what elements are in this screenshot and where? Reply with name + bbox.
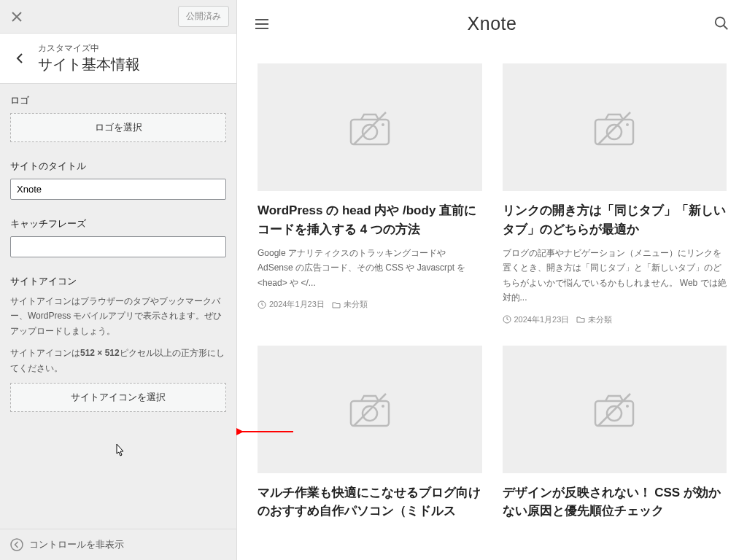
logo-field: ロゴ ロゴを選択 [10, 94, 226, 142]
site-title-text[interactable]: Xnote [468, 13, 517, 34]
post-title: リンクの開き方は「同じタブ」「新しいタブ」のどちらが最適か [503, 201, 727, 238]
site-title-input[interactable] [10, 179, 226, 200]
site-icon-label: サイトアイコン [10, 275, 226, 288]
back-button[interactable] [10, 48, 31, 69]
search-icon [713, 15, 729, 31]
placeholder-image-icon [347, 109, 393, 146]
select-site-icon-button[interactable]: サイトアイコンを選択 [10, 383, 226, 412]
site-header: Xnote [237, 0, 747, 47]
post-excerpt: ブログの記事やナビゲーション（メニュー）にリンクを置くとき、開き方は「同じタブ」… [503, 246, 727, 306]
post-thumbnail [503, 63, 727, 191]
post-title: マルチ作業も快適にこなせるブログ向けのおすすめ自作パソコン（ミドルス [258, 483, 482, 521]
section-header: カスタマイズ中 サイト基本情報 [0, 34, 236, 84]
customizer-body: ロゴ ロゴを選択 サイトのタイトル キャッチフレーズ サイトアイコン サイトアイ… [0, 84, 236, 529]
select-logo-button[interactable]: ロゴを選択 [10, 113, 226, 142]
post-thumbnail [258, 346, 482, 473]
preview-pane: Xnote WordPress の head 内や /body 直前にコードを挿… [237, 0, 747, 560]
hamburger-icon [253, 15, 271, 33]
close-icon [12, 12, 22, 22]
placeholder-image-icon [591, 391, 638, 427]
placeholder-image-icon [591, 109, 638, 146]
post-category: 未分類 [344, 299, 368, 310]
logo-label: ロゴ [10, 94, 226, 107]
svg-point-6 [716, 17, 725, 26]
tagline-field: キャッチフレーズ [10, 217, 226, 257]
site-title-field: サイトのタイトル [10, 160, 226, 200]
post-excerpt: Google アナリティクスのトラッキングコードや AdSense の広告コード… [258, 246, 482, 290]
clock-icon [258, 300, 266, 309]
post-title: デザインが反映されない！ CSS が効かない原因と優先順位チェック [503, 483, 727, 521]
section-subtitle: カスタマイズ中 [38, 42, 140, 55]
post-thumbnail [503, 346, 727, 473]
site-title-label: サイトのタイトル [10, 160, 226, 173]
customizer-panel: 公開済み カスタマイズ中 サイト基本情報 ロゴ ロゴを選択 サイトのタイトル キ… [0, 0, 237, 560]
site-icon-help-1: サイトアイコンはブラウザーのタブやブックマークバー、WordPress モバイル… [10, 294, 226, 338]
customizer-topbar: 公開済み [0, 0, 236, 34]
post-thumbnail [258, 63, 482, 191]
hide-controls-label: コントロールを非表示 [29, 538, 124, 551]
section-title: サイト基本情報 [38, 55, 140, 74]
post-category: 未分類 [588, 314, 612, 325]
publish-status-button[interactable]: 公開済み [178, 6, 229, 27]
svg-point-5 [11, 539, 23, 551]
close-button[interactable] [0, 0, 34, 33]
hide-controls-button[interactable]: コントロールを非表示 [0, 529, 236, 560]
folder-icon [576, 315, 585, 324]
search-button[interactable] [713, 15, 731, 33]
tagline-input[interactable] [10, 236, 226, 257]
site-icon-help-2: サイトアイコンは512 × 512ピクセル以上の正方形にしてください。 [10, 346, 226, 376]
post-card[interactable]: リンクの開き方は「同じタブ」「新しいタブ」のどちらが最適か ブログの記事やナビゲ… [503, 63, 727, 325]
post-meta: 2024年1月23日 未分類 [503, 314, 727, 325]
post-meta: 2024年1月23日 未分類 [258, 299, 482, 310]
post-card[interactable]: WordPress の head 内や /body 直前にコードを挿入する 4 … [258, 63, 482, 325]
site-icon-field: サイトアイコン サイトアイコンはブラウザーのタブやブックマークバー、WordPr… [10, 275, 226, 412]
tagline-label: キャッチフレーズ [10, 217, 226, 230]
posts-grid: WordPress の head 内や /body 直前にコードを挿入する 4 … [237, 47, 747, 521]
clock-icon [503, 315, 511, 324]
post-card[interactable]: マルチ作業も快適にこなせるブログ向けのおすすめ自作パソコン（ミドルス [258, 346, 482, 521]
menu-button[interactable] [253, 15, 271, 33]
post-card[interactable]: デザインが反映されない！ CSS が効かない原因と優先順位チェック [503, 346, 727, 521]
collapse-icon [10, 538, 23, 551]
post-date: 2024年1月23日 [514, 314, 570, 325]
placeholder-image-icon [347, 391, 393, 427]
chevron-left-icon [15, 52, 26, 64]
post-title: WordPress の head 内や /body 直前にコードを挿入する 4 … [258, 201, 482, 238]
post-date: 2024年1月23日 [269, 299, 325, 310]
folder-icon [332, 300, 341, 309]
